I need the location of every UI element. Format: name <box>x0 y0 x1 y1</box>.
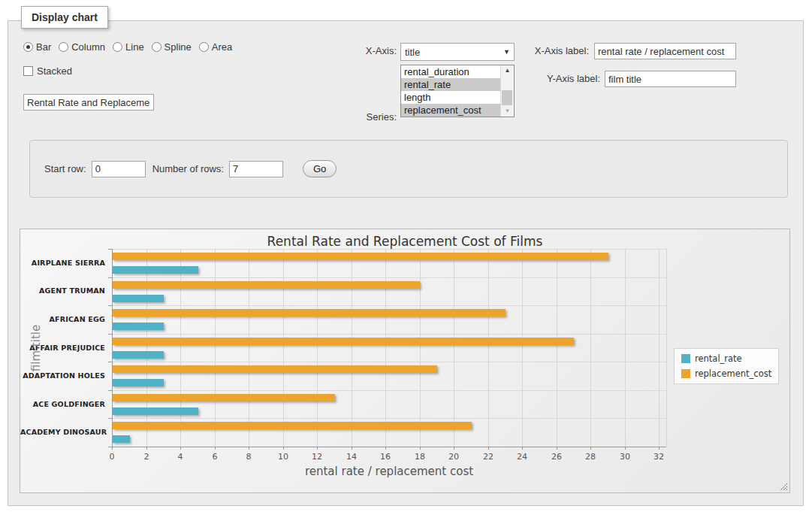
gridline <box>522 249 523 447</box>
series-option-length[interactable]: length <box>401 91 500 104</box>
stacked-label: Stacked <box>37 65 72 77</box>
x-tick-label: 24 <box>511 452 533 462</box>
bar-replacement_cost[interactable] <box>113 365 437 373</box>
scrollbar-thumb[interactable] <box>502 90 512 105</box>
y-axis-tick <box>108 390 112 391</box>
series-option-replacement_cost[interactable]: replacement_cost <box>401 104 500 117</box>
x-tick-label: 4 <box>169 452 192 462</box>
bar-rental_rate[interactable] <box>113 266 198 274</box>
y-axis-tick <box>108 249 112 250</box>
x-tick-label: 2 <box>135 452 158 462</box>
radio-label: Column <box>71 41 105 53</box>
y-axis-label-input[interactable] <box>605 71 736 87</box>
legend-item-rental_rate[interactable]: rental_rate <box>681 353 771 364</box>
num-rows-input[interactable] <box>229 161 283 177</box>
chart-type-radio-area[interactable]: Area <box>199 41 232 53</box>
category-separator <box>112 305 666 306</box>
stacked-checkbox-row[interactable]: Stacked <box>23 65 72 77</box>
bar-replacement_cost[interactable] <box>113 394 335 401</box>
bar-replacement_cost[interactable] <box>113 309 506 317</box>
x-axis-tick <box>625 447 626 450</box>
category-separator <box>112 390 666 391</box>
go-button[interactable]: Go <box>303 160 337 177</box>
series-listbox-options: rental_durationrental_ratelengthreplacem… <box>401 65 500 117</box>
category-separator <box>112 277 666 278</box>
chart-type-radio-spline[interactable]: Spline <box>152 41 192 53</box>
x-axis-tick <box>557 447 557 450</box>
gridline <box>625 249 626 447</box>
bar-replacement_cost[interactable] <box>113 281 420 289</box>
legend-swatch-icon <box>681 369 690 378</box>
category-label: AFRICAN EGG <box>20 315 105 323</box>
legend-swatch-icon <box>681 354 690 363</box>
chart-type-radio-group: BarColumnLineSplineArea <box>23 41 232 53</box>
x-axis-tick <box>590 447 591 450</box>
gridline <box>283 249 284 447</box>
scroll-down-icon[interactable]: ▼ <box>501 106 514 117</box>
bar-replacement_cost[interactable] <box>113 422 472 429</box>
display-chart-panel: Display chart BarColumnLineSplineArea St… <box>8 20 804 506</box>
radio-icon[interactable] <box>113 42 122 52</box>
series-option-rental_duration[interactable]: rental_duration <box>401 65 500 78</box>
chart-type-radio-line[interactable]: Line <box>113 41 144 53</box>
gridline <box>215 249 216 447</box>
x-tick-label: 18 <box>409 452 431 462</box>
x-tick-label: 28 <box>579 452 602 462</box>
bar-replacement_cost[interactable] <box>113 253 608 260</box>
y-axis-tick <box>108 418 112 419</box>
chart-title-input[interactable] <box>23 94 154 111</box>
legend-item-replacement_cost[interactable]: replacement_cost <box>681 368 771 379</box>
x-axis-selected-value: title <box>405 47 503 58</box>
x-axis-tick <box>385 447 386 450</box>
x-axis-tick <box>317 447 318 450</box>
series-listbox[interactable]: rental_durationrental_ratelengthreplacem… <box>400 65 515 117</box>
x-axis-title: rental rate / replacement cost <box>112 465 666 478</box>
x-axis-tick <box>488 447 489 450</box>
bar-rental_rate[interactable] <box>113 407 198 415</box>
x-axis-tick <box>215 447 216 450</box>
bar-rental_rate[interactable] <box>113 379 164 386</box>
x-axis-tick <box>146 447 147 450</box>
x-tick-label: 0 <box>101 452 123 462</box>
row-controls-panel: Start row: Number of rows: Go <box>29 140 788 198</box>
x-axis-tick <box>112 447 113 450</box>
category-separator <box>112 362 666 362</box>
category-label: ADAPTATION HOLES <box>20 371 105 380</box>
gridline <box>352 249 352 447</box>
y-axis-label-label: Y-Axis label: <box>510 73 600 84</box>
bar-replacement_cost[interactable] <box>113 338 574 345</box>
gridline <box>249 249 249 447</box>
series-option-rental_rate[interactable]: rental_rate <box>401 78 500 91</box>
y-axis-title: film title <box>29 325 43 371</box>
radio-icon[interactable] <box>199 42 209 52</box>
x-axis-select[interactable]: title ▼ <box>400 43 515 61</box>
chart-legend: rental_ratereplacement_cost <box>674 348 779 384</box>
chart-type-radio-bar[interactable]: Bar <box>23 41 51 53</box>
bar-rental_rate[interactable] <box>113 435 130 443</box>
series-listbox-label: Series: <box>337 111 397 123</box>
x-axis-tick <box>180 447 181 450</box>
category-label: AGENT TRUMAN <box>20 286 105 295</box>
y-axis-tick <box>108 362 112 362</box>
x-axis-line <box>112 447 666 447</box>
radio-label: Bar <box>36 41 51 53</box>
x-axis-label-label: X-Axis label: <box>499 45 589 56</box>
radio-icon[interactable] <box>152 42 161 52</box>
bar-rental_rate[interactable] <box>113 323 164 330</box>
radio-icon[interactable] <box>23 42 33 52</box>
bar-rental_rate[interactable] <box>113 295 164 302</box>
legend-label: rental_rate <box>695 353 742 364</box>
x-axis-tick <box>249 447 249 450</box>
stacked-checkbox[interactable] <box>23 66 33 76</box>
radio-label: Line <box>125 41 144 53</box>
chart-canvas: 02468101214161820222426283032AIRPLANE SI… <box>20 229 789 492</box>
x-axis-label-input[interactable] <box>594 43 736 59</box>
category-label: ACE GOLDFINGER <box>20 400 105 408</box>
x-tick-label: 30 <box>614 452 636 462</box>
radio-label: Spline <box>165 41 192 53</box>
chart-type-radio-column[interactable]: Column <box>59 41 105 53</box>
start-row-input[interactable] <box>92 161 146 177</box>
bar-rental_rate[interactable] <box>113 351 164 359</box>
radio-icon[interactable] <box>59 42 68 52</box>
resize-grip-icon[interactable] <box>780 483 788 491</box>
